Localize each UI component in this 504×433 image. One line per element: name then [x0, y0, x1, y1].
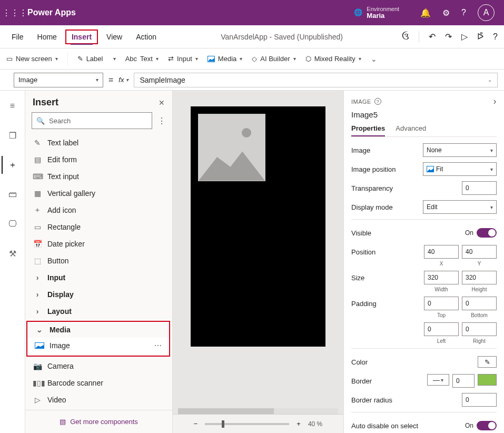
padding-bottom-input[interactable]: 0	[462, 297, 497, 310]
menu-view[interactable]: View	[101, 29, 127, 44]
position-y-input[interactable]: 40	[462, 245, 497, 259]
prop-transparency-input[interactable]: 0	[462, 181, 497, 195]
menu-home[interactable]: Home	[32, 29, 62, 44]
position-x-input[interactable]: 40	[424, 245, 459, 259]
height-sublabel: Height	[462, 287, 497, 292]
size-height-input[interactable]: 320	[462, 271, 497, 284]
list-item[interactable]: ⬚Button	[25, 252, 172, 269]
media-barcode-item[interactable]: ▮▯▮Barcode scanner	[25, 375, 172, 391]
more-icon[interactable]: ⋯	[154, 341, 162, 350]
list-item[interactable]: ＋Add icon	[25, 202, 172, 219]
redo-icon[interactable]: ↷	[445, 32, 452, 42]
get-more-components[interactable]: ▧Get more components	[25, 410, 172, 433]
chevron-down-icon: ▾	[490, 147, 493, 153]
play-icon[interactable]: ▷	[461, 32, 468, 42]
border-radius-input[interactable]: 0	[462, 393, 497, 407]
divider	[67, 52, 68, 66]
help-icon[interactable]: ?	[493, 32, 498, 42]
chevron-down-icon: ▾	[359, 56, 361, 62]
placeholder-sun	[242, 128, 251, 137]
toolbar-more[interactable]: ⌄	[371, 55, 377, 63]
undo-icon[interactable]: ↶	[429, 32, 436, 42]
list-item[interactable]: ▤Edit form	[25, 151, 172, 168]
chevron-right-icon: ›	[33, 290, 42, 299]
prop-display-mode-select[interactable]: Edit▾	[423, 200, 497, 214]
list-item[interactable]: ⌨Text input	[25, 168, 172, 185]
rail-media-icon[interactable]: 🖵	[2, 215, 23, 233]
border-color-picker[interactable]	[478, 374, 497, 386]
auto-disable-toggle[interactable]	[477, 421, 497, 430]
border-style-select[interactable]: — ▾	[427, 374, 449, 386]
list-item[interactable]: ▭Rectangle	[25, 219, 172, 235]
padding-right-input[interactable]: 0	[462, 322, 497, 336]
color-picker[interactable]: ✎	[478, 356, 497, 368]
list-item[interactable]: ✎Text label	[25, 134, 172, 151]
property-selector[interactable]: Image▾	[14, 73, 103, 87]
waffle-icon[interactable]: ⋮⋮⋮	[4, 0, 25, 25]
app-title: Power Apps	[27, 8, 76, 17]
rail-layers-icon[interactable]: ❒	[2, 126, 23, 144]
padding-top-input[interactable]: 0	[424, 297, 459, 310]
device-screen[interactable]	[191, 106, 325, 347]
share-icon[interactable]: ᐅ̊	[477, 32, 483, 42]
list-item[interactable]: ▦Vertical gallery	[25, 185, 172, 202]
expand-icon[interactable]: ›	[493, 96, 497, 107]
ai-builder-dropdown[interactable]: ◇AI Builder▾	[252, 55, 295, 63]
zoom-slider[interactable]	[205, 423, 289, 425]
search-input[interactable]: 🔍Search	[32, 112, 152, 129]
properties-pane: IMAGE ? › Image5 Properties Advanced Ima…	[343, 91, 504, 433]
x-sublabel: X	[424, 261, 459, 267]
prop-image-select[interactable]: None▾	[423, 143, 497, 157]
media-video-item[interactable]: ▷Video	[25, 391, 172, 408]
new-screen-button[interactable]: ▭New screen▾	[6, 55, 58, 63]
rail-tree-icon[interactable]: ≡	[2, 97, 23, 115]
media-image-item[interactable]: Image ⋯	[27, 338, 169, 353]
formula-input[interactable]: SampleImage⌄	[134, 73, 498, 87]
group-input[interactable]: ›Input	[25, 269, 172, 286]
components-icon: ▧	[60, 418, 66, 426]
rail-data-icon[interactable]: 🗃	[2, 185, 23, 203]
tab-advanced[interactable]: Advanced	[396, 124, 426, 136]
mixed-reality-dropdown[interactable]: ⬡Mixed Reality▾	[305, 55, 361, 63]
text-dropdown[interactable]: AbcText▾	[125, 55, 159, 63]
help-icon[interactable]: ?	[461, 8, 466, 17]
list-item[interactable]: 📅Date picker	[25, 235, 172, 252]
visible-toggle[interactable]	[477, 228, 497, 238]
group-layout[interactable]: ›Layout	[25, 303, 172, 320]
zoom-out-icon[interactable]: −	[194, 420, 198, 428]
zoom-in-icon[interactable]: +	[297, 420, 301, 428]
chevron-down-icon: ▾	[240, 56, 242, 62]
more-icon[interactable]: ⋮	[157, 116, 166, 126]
image-placeholder[interactable]	[198, 114, 265, 181]
group-media[interactable]: ⌄Media	[27, 322, 169, 338]
prop-image-position-select[interactable]: Fit▾	[423, 162, 497, 176]
group-display[interactable]: ›Display	[25, 286, 172, 303]
environment-picker[interactable]: 🌐 Environment Maria	[354, 6, 399, 19]
close-icon[interactable]: ✕	[159, 99, 165, 107]
border-width-input[interactable]: 0	[452, 374, 475, 388]
help-icon[interactable]: ?	[374, 98, 381, 105]
settings-icon[interactable]: ⚙	[442, 8, 450, 18]
size-width-input[interactable]: 320	[424, 271, 459, 284]
fx-label[interactable]: fx▾	[118, 76, 129, 84]
menu-insert[interactable]: Insert	[65, 29, 98, 44]
tab-properties[interactable]: Properties	[351, 124, 385, 136]
media-camera-item[interactable]: 📷Camera	[25, 358, 172, 375]
canvas[interactable]	[173, 91, 343, 414]
rail-insert-icon[interactable]: ＋	[2, 156, 23, 174]
rail-tools-icon[interactable]: ⚒	[2, 244, 23, 262]
media-dropdown[interactable]: Media▾	[207, 55, 242, 63]
menu-file[interactable]: File	[6, 29, 29, 44]
left-rail: ≡ ❒ ＋ 🗃 🖵 ⚒	[0, 91, 25, 433]
app-checker-icon[interactable]: ઉ	[402, 31, 409, 42]
horizontal-scrollbar[interactable]	[178, 408, 338, 414]
padding-left-input[interactable]: 0	[424, 322, 459, 336]
prop-image-label: Image	[351, 146, 423, 154]
insert-pane: Insert ✕ 🔍Search ⋮ ✎Text label ▤Edit for…	[25, 91, 173, 433]
label-button[interactable]: ✎Label ▾	[77, 55, 116, 63]
menu-action[interactable]: Action	[131, 29, 162, 44]
chevron-down-icon: ⌄	[371, 55, 377, 63]
avatar[interactable]: A	[478, 4, 495, 21]
notifications-icon[interactable]: 🔔	[420, 8, 431, 18]
input-dropdown[interactable]: ⇄Input▾	[168, 55, 198, 63]
